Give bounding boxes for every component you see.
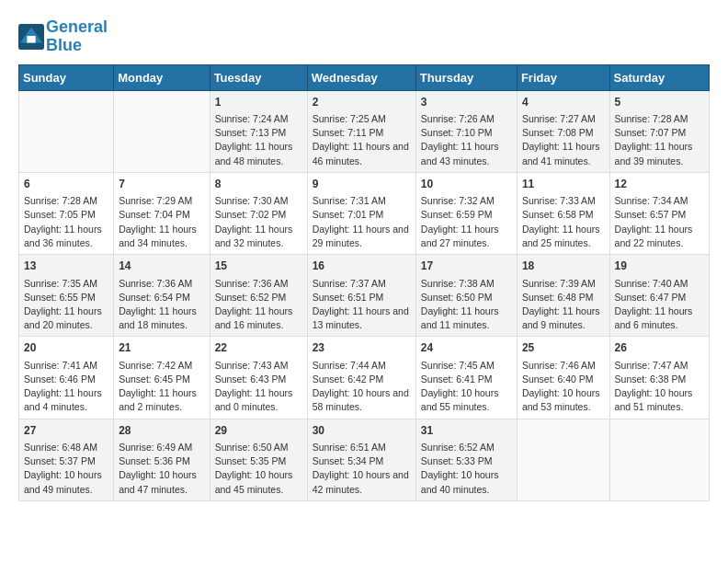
day-info: Daylight: 11 hours and 27 minutes. bbox=[421, 223, 512, 250]
day-number: 2 bbox=[313, 95, 411, 110]
day-info: Daylight: 11 hours and 6 minutes. bbox=[615, 304, 704, 332]
day-info: Sunrise: 7:42 AM bbox=[119, 359, 204, 373]
day-number: 26 bbox=[615, 340, 704, 356]
calendar-cell: 21Sunrise: 7:42 AMSunset: 6:45 PMDayligh… bbox=[114, 337, 210, 419]
day-info: Sunrise: 7:33 AM bbox=[522, 194, 605, 208]
calendar-cell: 4Sunrise: 7:27 AMSunset: 7:08 PMDaylight… bbox=[517, 90, 609, 172]
calendar-row: 13Sunrise: 7:35 AMSunset: 6:55 PMDayligh… bbox=[19, 255, 710, 337]
day-info: Sunrise: 7:24 AM bbox=[215, 112, 302, 126]
day-info: Sunset: 7:10 PM bbox=[421, 126, 512, 140]
day-info: Sunrise: 7:31 AM bbox=[313, 194, 411, 208]
calendar-cell: 16Sunrise: 7:37 AMSunset: 6:51 PMDayligh… bbox=[307, 255, 415, 337]
day-info: Sunset: 6:59 PM bbox=[421, 208, 512, 222]
calendar-cell: 15Sunrise: 7:36 AMSunset: 6:52 PMDayligh… bbox=[210, 255, 307, 337]
day-info: Sunrise: 7:36 AM bbox=[215, 277, 302, 291]
calendar-cell: 28Sunrise: 6:49 AMSunset: 5:36 PMDayligh… bbox=[114, 419, 210, 500]
day-info: Sunrise: 7:26 AM bbox=[421, 112, 512, 126]
day-info: Daylight: 11 hours and 46 minutes. bbox=[313, 140, 411, 167]
day-info: Daylight: 11 hours and 13 minutes. bbox=[313, 304, 411, 332]
day-number: 15 bbox=[215, 259, 302, 274]
day-info: Sunset: 6:51 PM bbox=[313, 291, 411, 304]
day-info: Sunrise: 7:34 AM bbox=[615, 194, 704, 208]
day-number: 30 bbox=[313, 423, 411, 439]
weekday-header: Sunday bbox=[19, 64, 114, 90]
calendar-cell bbox=[114, 90, 210, 172]
day-info: Sunset: 6:45 PM bbox=[119, 373, 204, 386]
calendar-cell: 31Sunrise: 6:52 AMSunset: 5:33 PMDayligh… bbox=[415, 419, 517, 500]
day-info: Sunrise: 7:27 AM bbox=[522, 112, 605, 126]
calendar-cell: 9Sunrise: 7:31 AMSunset: 7:01 PMDaylight… bbox=[307, 172, 415, 254]
day-info: Daylight: 10 hours and 51 minutes. bbox=[615, 386, 704, 414]
weekday-header: Tuesday bbox=[210, 64, 307, 90]
day-number: 22 bbox=[215, 340, 302, 356]
day-info: Sunrise: 7:32 AM bbox=[421, 194, 512, 208]
day-info: Daylight: 11 hours and 32 minutes. bbox=[215, 223, 302, 250]
day-number: 29 bbox=[215, 423, 302, 439]
day-info: Sunset: 7:07 PM bbox=[615, 126, 704, 140]
day-info: Sunrise: 7:29 AM bbox=[119, 194, 204, 208]
calendar-cell: 18Sunrise: 7:39 AMSunset: 6:48 PMDayligh… bbox=[517, 255, 609, 337]
day-info: Sunset: 6:42 PM bbox=[313, 373, 411, 386]
day-number: 7 bbox=[119, 177, 204, 192]
day-number: 4 bbox=[522, 95, 605, 110]
day-info: Sunrise: 7:28 AM bbox=[24, 194, 108, 208]
day-number: 10 bbox=[421, 177, 512, 192]
day-info: Daylight: 10 hours and 55 minutes. bbox=[421, 386, 512, 414]
day-number: 12 bbox=[615, 177, 704, 192]
calendar-row: 1Sunrise: 7:24 AMSunset: 7:13 PMDaylight… bbox=[19, 90, 710, 172]
day-info: Sunrise: 7:35 AM bbox=[24, 277, 108, 291]
day-info: Sunset: 6:43 PM bbox=[215, 373, 302, 386]
day-info: Daylight: 10 hours and 42 minutes. bbox=[313, 468, 411, 496]
day-info: Daylight: 11 hours and 34 minutes. bbox=[119, 223, 204, 250]
day-info: Daylight: 11 hours and 0 minutes. bbox=[215, 386, 302, 414]
day-info: Daylight: 10 hours and 40 minutes. bbox=[421, 468, 512, 496]
day-info: Sunset: 5:36 PM bbox=[119, 454, 204, 468]
day-info: Daylight: 11 hours and 22 minutes. bbox=[615, 223, 704, 250]
day-info: Sunrise: 7:40 AM bbox=[615, 277, 704, 291]
day-info: Daylight: 11 hours and 9 minutes. bbox=[522, 304, 605, 332]
day-info: Sunrise: 6:52 AM bbox=[421, 441, 512, 454]
day-info: Sunset: 6:54 PM bbox=[119, 291, 204, 304]
day-info: Sunset: 6:57 PM bbox=[615, 208, 704, 222]
day-number: 14 bbox=[119, 259, 204, 274]
calendar-cell: 14Sunrise: 7:36 AMSunset: 6:54 PMDayligh… bbox=[114, 255, 210, 337]
calendar-row: 20Sunrise: 7:41 AMSunset: 6:46 PMDayligh… bbox=[19, 337, 710, 419]
day-info: Daylight: 11 hours and 36 minutes. bbox=[24, 223, 108, 250]
day-info: Sunset: 7:13 PM bbox=[215, 126, 302, 140]
day-info: Sunset: 7:02 PM bbox=[215, 208, 302, 222]
day-number: 3 bbox=[421, 95, 512, 110]
calendar-cell: 2Sunrise: 7:25 AMSunset: 7:11 PMDaylight… bbox=[307, 90, 415, 172]
calendar-cell bbox=[609, 419, 709, 500]
calendar-cell: 26Sunrise: 7:47 AMSunset: 6:38 PMDayligh… bbox=[609, 337, 709, 419]
weekday-header: Monday bbox=[114, 64, 210, 90]
calendar-cell: 29Sunrise: 6:50 AMSunset: 5:35 PMDayligh… bbox=[210, 419, 307, 500]
day-info: Sunset: 6:55 PM bbox=[24, 291, 108, 304]
day-info: Daylight: 11 hours and 43 minutes. bbox=[421, 140, 512, 167]
calendar-cell: 1Sunrise: 7:24 AMSunset: 7:13 PMDaylight… bbox=[210, 90, 307, 172]
weekday-header: Wednesday bbox=[307, 64, 415, 90]
weekday-header: Thursday bbox=[415, 64, 517, 90]
day-info: Sunrise: 7:39 AM bbox=[522, 277, 605, 291]
logo-text: General Blue bbox=[46, 18, 108, 55]
day-info: Sunrise: 7:47 AM bbox=[615, 359, 704, 373]
calendar-cell: 8Sunrise: 7:30 AMSunset: 7:02 PMDaylight… bbox=[210, 172, 307, 254]
calendar-cell: 30Sunrise: 6:51 AMSunset: 5:34 PMDayligh… bbox=[307, 419, 415, 500]
day-number: 21 bbox=[119, 340, 204, 356]
calendar-cell bbox=[517, 419, 609, 500]
calendar-cell: 19Sunrise: 7:40 AMSunset: 6:47 PMDayligh… bbox=[609, 255, 709, 337]
day-info: Daylight: 11 hours and 29 minutes. bbox=[313, 223, 411, 250]
day-number: 1 bbox=[215, 95, 302, 110]
calendar-cell: 23Sunrise: 7:44 AMSunset: 6:42 PMDayligh… bbox=[307, 337, 415, 419]
day-info: Daylight: 10 hours and 58 minutes. bbox=[313, 386, 411, 414]
day-info: Daylight: 11 hours and 39 minutes. bbox=[615, 140, 704, 167]
calendar-row: 27Sunrise: 6:48 AMSunset: 5:37 PMDayligh… bbox=[19, 419, 710, 500]
day-info: Sunrise: 7:28 AM bbox=[615, 112, 704, 126]
calendar-cell: 24Sunrise: 7:45 AMSunset: 6:41 PMDayligh… bbox=[415, 337, 517, 419]
day-info: Daylight: 10 hours and 47 minutes. bbox=[119, 468, 204, 496]
day-info: Daylight: 11 hours and 16 minutes. bbox=[215, 304, 302, 332]
day-info: Sunset: 5:37 PM bbox=[24, 454, 108, 468]
day-info: Sunset: 6:41 PM bbox=[421, 373, 512, 386]
day-info: Daylight: 11 hours and 11 minutes. bbox=[421, 304, 512, 332]
day-number: 5 bbox=[615, 95, 704, 110]
day-info: Sunrise: 6:49 AM bbox=[119, 441, 204, 454]
